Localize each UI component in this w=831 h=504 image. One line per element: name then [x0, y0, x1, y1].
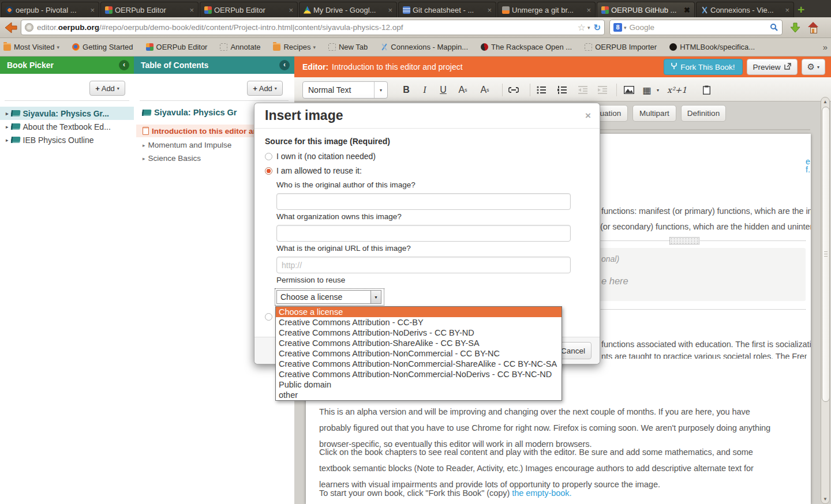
license-option-cc-by-nc-sa[interactable]: Creative Commons Attribution-NonCommerci…: [276, 359, 562, 369]
scroll-up-icon[interactable]: ▲: [821, 99, 829, 104]
preview-button[interactable]: Preview: [747, 59, 798, 75]
browser-tab-pivotal[interactable]: oerpub - Pivotal ... ×: [1, 2, 99, 17]
subscript-button[interactable]: As: [477, 81, 493, 99]
book-item-about-textbook[interactable]: ▸ About the Textbook Ed...: [0, 120, 134, 133]
magnifier-icon[interactable]: [770, 23, 778, 32]
search-placeholder[interactable]: Google: [630, 23, 770, 32]
browser-tab-git-cheatsheet[interactable]: Git cheatsheet - ... ×: [398, 2, 496, 17]
back-button[interactable]: [3, 21, 18, 35]
toc-item-momentum[interactable]: ▸ Momentum and Impulse: [143, 141, 231, 149]
bookmark-annotate[interactable]: Annotate: [220, 43, 260, 51]
bold-button[interactable]: B: [398, 81, 414, 99]
resize-handle[interactable]: [669, 237, 699, 245]
bookmark-connexions-mapping[interactable]: Connexions - Mappin...: [380, 43, 468, 51]
link-fragment[interactable]: f.: [806, 165, 810, 174]
url-dropdown-caret-icon[interactable]: ▾: [587, 25, 590, 31]
close-icon[interactable]: ×: [90, 6, 95, 14]
url-bar[interactable]: editor.oerpub.org/#repo/oerpub/demo-book…: [21, 20, 605, 35]
close-icon[interactable]: ×: [289, 6, 293, 14]
bookmark-new-tab[interactable]: New Tab: [328, 43, 368, 51]
paragraph-fork-instructions[interactable]: To start your own book, click "Fork this…: [319, 485, 782, 501]
license-option-cc-by-sa[interactable]: Creative Commons Attribution-ShareAlike …: [276, 338, 562, 348]
radio-allowed-to-reuse[interactable]: [265, 167, 272, 175]
insert-math-button[interactable]: x²+1: [667, 81, 687, 99]
underline-button[interactable]: U: [435, 81, 451, 99]
fork-this-book-button[interactable]: Fork This Book!: [664, 59, 742, 75]
browser-tab-oerpub-github-active[interactable]: OERPUB GitHub ... ✖: [597, 2, 695, 17]
license-option-other[interactable]: other: [276, 390, 562, 400]
home-icon[interactable]: [807, 22, 819, 33]
figure-title-fragment[interactable]: onal): [601, 254, 619, 264]
superscript-button[interactable]: As: [455, 81, 471, 99]
browser-tab-unmerge[interactable]: Unmerge a git br... ×: [497, 2, 596, 17]
collapse-panel-button[interactable]: ‹: [119, 60, 129, 70]
expander-icon[interactable]: ▸: [6, 111, 9, 116]
expander-icon[interactable]: ▸: [6, 124, 9, 130]
vertical-scrollbar[interactable]: ▲ ▼: [821, 97, 830, 504]
semantic-tab-definition[interactable]: Definition: [681, 105, 726, 122]
bookmark-htmlbook[interactable]: HTMLBook/specifica...: [669, 43, 755, 51]
author-input[interactable]: [276, 193, 571, 210]
license-option-cc-by[interactable]: Creative Commons Attribution - CC-BY: [276, 317, 562, 328]
link-button[interactable]: [506, 81, 522, 99]
bookmark-rackspace[interactable]: The Rackspace Open ...: [481, 43, 572, 51]
bookmark-most-visited[interactable]: Most Visited▾: [3, 43, 59, 51]
radio-i-own-it[interactable]: [265, 153, 272, 160]
search-bar[interactable]: 8 ▾ Google: [609, 20, 783, 35]
close-icon[interactable]: ✖: [684, 6, 690, 14]
toc-add-button[interactable]: + Add ▾: [247, 81, 283, 96]
license-option-cc-by-nd[interactable]: Creative Commons Attribution-NoDerivs - …: [276, 328, 562, 338]
close-icon[interactable]: ×: [586, 6, 591, 14]
expander-icon[interactable]: ▸: [6, 137, 9, 143]
browser-tab-connexions[interactable]: Connexions - Vie... ×: [696, 2, 794, 17]
search-engine-caret-icon[interactable]: ▾: [624, 25, 627, 31]
scrollbar-thumb[interactable]: [822, 107, 830, 402]
browser-tab-drive[interactable]: My Drive - Googl... ×: [299, 2, 397, 17]
numbered-list-button[interactable]: [554, 81, 570, 99]
radio-i-own-it-label[interactable]: I own it (no citation needed): [276, 152, 376, 161]
download-icon[interactable]: [789, 22, 801, 33]
radio-third-option[interactable]: [265, 313, 272, 321]
radio-allowed-to-reuse-label[interactable]: I am allowed to reuse it:: [276, 166, 362, 175]
image-url-input[interactable]: [276, 257, 571, 273]
license-option-cc-by-nc-nd[interactable]: Creative Commons Attribution-NonCommerci…: [276, 369, 562, 379]
figure-caption-fragment[interactable]: e here: [601, 276, 628, 287]
select-caret-icon[interactable]: ▼: [370, 291, 381, 303]
scroll-down-icon[interactable]: ▼: [821, 497, 829, 502]
book-item-ieb-physics[interactable]: ▸ IEB Physics Outline: [0, 133, 134, 146]
url-text[interactable]: editor.oerpub.org/#repo/oerpub/demo-book…: [37, 23, 576, 32]
bookmark-getting-started[interactable]: Getting Started: [72, 43, 133, 51]
semantic-tab-multipart[interactable]: Multipart: [632, 105, 676, 122]
settings-button[interactable]: ⚙ ▾: [802, 59, 825, 75]
insert-image-button[interactable]: [621, 81, 637, 99]
book-item-siyavula[interactable]: ▸ Siyavula: Physics Gr...: [0, 107, 134, 120]
bookmark-oerpub-importer[interactable]: OERPUB Importer: [585, 43, 657, 51]
expander-icon[interactable]: ▸: [143, 156, 145, 161]
license-option-cc-by-nc[interactable]: Creative Commons Attribution-NonCommerci…: [276, 348, 562, 359]
italic-button[interactable]: I: [417, 81, 433, 99]
license-option-public-domain[interactable]: Public domain: [276, 379, 562, 390]
close-icon[interactable]: ×: [189, 6, 194, 14]
browser-tab-oerpub-editor-2[interactable]: OERPub Editor ×: [200, 2, 298, 17]
browser-tab-oerpub-editor-1[interactable]: OERPub Editor ×: [100, 2, 199, 17]
organization-input[interactable]: [276, 225, 571, 242]
bookmarks-overflow-chevron[interactable]: »: [823, 42, 828, 52]
toc-item-science-basics[interactable]: ▸ Science Basics: [143, 154, 201, 163]
reload-icon[interactable]: ↻: [593, 22, 601, 33]
new-tab-button[interactable]: +: [798, 4, 804, 16]
license-select[interactable]: Choose a license ▼: [275, 289, 384, 305]
bookmark-recipes[interactable]: Recipes▾: [273, 43, 316, 51]
bookmark-star-icon[interactable]: ☆: [578, 22, 586, 33]
close-icon[interactable]: ×: [785, 6, 789, 14]
expander-icon[interactable]: ▸: [143, 142, 145, 148]
bullet-list-button[interactable]: [533, 81, 549, 99]
table-caret-icon[interactable]: ▾: [654, 81, 661, 99]
empty-book-link[interactable]: the empty-book.: [512, 488, 571, 498]
paragraph-style-select[interactable]: Normal Text ▾: [302, 81, 388, 99]
paste-button[interactable]: [698, 81, 714, 99]
book-picker-add-button[interactable]: + Add ▾: [89, 81, 125, 96]
license-option-choose[interactable]: Choose a license: [276, 307, 562, 317]
close-icon[interactable]: ×: [585, 110, 591, 122]
close-icon[interactable]: ×: [487, 6, 492, 14]
insert-table-button[interactable]: ▦: [641, 81, 653, 99]
